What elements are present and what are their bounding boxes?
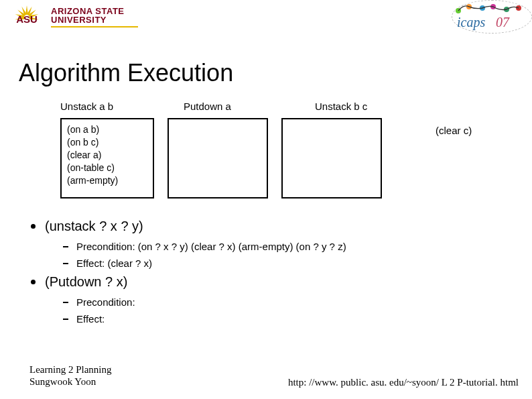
svg-text:icaps: icaps [457, 15, 485, 30]
subbullet-unstack-pre: Precondition: (on ? x ? y) (clear ? x) (… [63, 241, 346, 252]
slide-title: Algorithm Execution [19, 59, 233, 87]
state-line: (arm-empty) [67, 174, 147, 187]
asu-underline [51, 26, 138, 27]
bullet-dash-icon [63, 319, 68, 320]
subbullet-text: Effect: (clear ? x) [76, 258, 152, 269]
state-line: (on a b) [67, 123, 147, 136]
icaps-logo: icaps 07 [453, 1, 527, 34]
state-boxes: (on a b) (on b c) (clear a) (on-table c)… [60, 118, 382, 198]
slide: ASU ARIZONA STATE UNIVERSITY icaps 07 [0, 0, 532, 399]
asu-line2: UNIVERSITY [51, 15, 138, 25]
state-line: (on b c) [67, 136, 147, 149]
step-label-2: Putdown a [184, 101, 292, 112]
footer-right: http: //www. public. asu. edu/~syoon/ L … [288, 377, 519, 388]
bullet-dash-icon [63, 246, 68, 247]
bullet-unstack: (unstack ? x ? y) [31, 219, 346, 234]
step-labels-row: Unstack a b Putdown a Unstack b c [60, 101, 423, 112]
subbullet-putdown-eff: Effect: [63, 313, 346, 325]
subbullet-text: Precondition: (on ? x ? y) (clear ? x) (… [76, 241, 346, 252]
post-state-label: (clear c) [436, 125, 472, 136]
subbullet-unstack-eff: Effect: (clear ? x) [63, 258, 346, 269]
svg-text:ASU: ASU [16, 13, 38, 25]
footer-left-line2: Sungwook Yoon [29, 376, 111, 388]
bullet-putdown-text: (Putdown ? x) [45, 274, 127, 290]
state-line: (clear a) [67, 149, 147, 162]
bullet-dot-icon [31, 224, 36, 229]
subbullet-putdown-pre: Precondition: [63, 296, 346, 308]
bullet-dash-icon [63, 302, 68, 303]
state-line: (on-table c) [67, 162, 147, 174]
bullet-dash-icon [63, 263, 68, 264]
subbullet-text: Effect: [76, 313, 105, 325]
footer-left: Learning 2 Planning Sungwook Yoon [29, 363, 111, 389]
step-label-3: Unstack b c [315, 101, 423, 112]
subbullet-text: Precondition: [76, 296, 135, 308]
bullet-putdown: (Putdown ? x) [31, 274, 346, 290]
footer-left-line1: Learning 2 Planning [29, 363, 111, 376]
asu-logo: ASU ARIZONA STATE UNIVERSITY [8, 4, 138, 30]
bullet-unstack-text: (unstack ? x ? y) [45, 219, 143, 234]
state-box-2 [168, 118, 268, 198]
step-label-1: Unstack a b [60, 101, 169, 112]
state-box-3 [281, 118, 382, 198]
state-box-1: (on a b) (on b c) (clear a) (on-table c)… [60, 118, 154, 198]
svg-text:07: 07 [496, 15, 510, 30]
asu-sunburst-icon: ASU [8, 4, 47, 30]
bullet-dot-icon [31, 280, 36, 284]
bullet-list: (unstack ? x ? y) Precondition: (on ? x … [31, 219, 346, 325]
asu-wordmark: ARIZONA STATE UNIVERSITY [51, 6, 138, 27]
